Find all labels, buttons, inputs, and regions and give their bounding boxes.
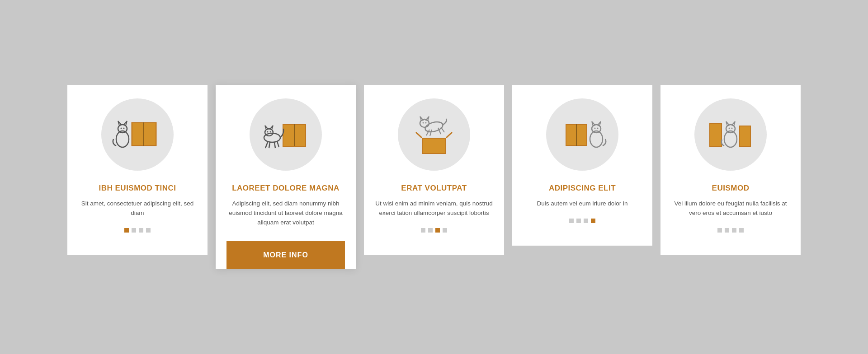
- svg-marker-15: [270, 126, 273, 130]
- card-3-dots: [421, 228, 447, 242]
- svg-point-43: [594, 127, 596, 129]
- card-1: IBH EUISMOD TINCI Sit amet, consectetuer…: [67, 85, 208, 255]
- dot-3-2: [428, 228, 433, 233]
- card-2-title: LAOREET DOLORE MAGNA: [232, 183, 340, 193]
- svg-point-54: [731, 127, 733, 129]
- card-5-icon-circle: [694, 98, 767, 171]
- more-info-button[interactable]: MORE INFO: [226, 241, 345, 269]
- dot-4-1: [569, 219, 574, 223]
- cat-sitting-box-icon: [553, 110, 612, 159]
- svg-marker-29: [426, 116, 429, 121]
- dot-5-4: [739, 228, 744, 233]
- svg-marker-51: [726, 121, 729, 126]
- svg-marker-52: [732, 121, 735, 126]
- cat-walking-box-icon: [256, 110, 315, 159]
- card-2-body: Adipiscing elit, sed diam nonummy nibh e…: [226, 199, 345, 228]
- svg-point-53: [729, 127, 730, 129]
- cat-beside-box-icon: [108, 110, 167, 159]
- svg-rect-23: [423, 139, 445, 153]
- svg-line-19: [269, 142, 270, 148]
- svg-line-33: [430, 130, 432, 136]
- cat-between-boxes-icon: [701, 110, 760, 159]
- svg-line-35: [441, 127, 444, 132]
- svg-line-20: [274, 142, 275, 148]
- card-5-body: Vel illum dolore eu feugiat nulla facili…: [671, 199, 790, 218]
- svg-marker-42: [598, 121, 601, 126]
- svg-marker-6: [124, 121, 127, 126]
- svg-marker-5: [118, 121, 121, 126]
- svg-marker-41: [592, 121, 595, 126]
- svg-point-16: [267, 131, 269, 132]
- svg-point-49: [724, 131, 737, 147]
- dot-1-4: [146, 228, 151, 233]
- svg-point-8: [123, 127, 125, 129]
- dot-4-2: [576, 219, 581, 223]
- svg-point-31: [425, 122, 427, 123]
- svg-point-7: [121, 127, 122, 129]
- dot-4-3: [584, 219, 588, 223]
- card-2: LAOREET DOLORE MAGNA Adipiscing elit, se…: [216, 85, 356, 269]
- svg-rect-48: [740, 126, 750, 146]
- card-3-body: Ut wisi enim ad minim veniam, quis nostr…: [375, 199, 493, 218]
- cat-jumping-box-icon: [405, 110, 463, 159]
- card-4-dots: [569, 219, 595, 233]
- card-1-body: Sit amet, consectetuer adipiscing elit, …: [78, 199, 197, 218]
- card-5-title: EUISMOD: [712, 183, 750, 193]
- card-4-body: Duis autem vel eum iriure dolor in: [537, 199, 627, 209]
- dot-5-1: [717, 228, 722, 233]
- svg-point-39: [590, 131, 603, 147]
- card-3-icon-circle: [398, 98, 470, 171]
- svg-point-3: [116, 131, 129, 147]
- dot-3-1: [421, 228, 425, 233]
- card-1-dots: [124, 228, 151, 242]
- card-3-title: ERAT VOLUTPAT: [401, 183, 467, 193]
- card-4-title: ADIPISCING ELIT: [549, 183, 616, 193]
- svg-point-30: [423, 122, 424, 123]
- dot-5-2: [725, 228, 729, 233]
- svg-line-24: [416, 132, 422, 138]
- card-5: EUISMOD Vel illum dolore eu feugiat null…: [660, 85, 801, 255]
- cards-container: IBH EUISMOD TINCI Sit amet, consectetuer…: [40, 67, 828, 287]
- card-4: ADIPISCING ELIT Duis autem vel eum iriur…: [512, 85, 652, 246]
- svg-line-21: [277, 141, 279, 147]
- dot-3-3: [435, 228, 440, 233]
- svg-marker-14: [265, 126, 268, 130]
- svg-rect-46: [710, 124, 721, 146]
- dot-1-3: [139, 228, 143, 233]
- card-2-icon-circle: [250, 98, 322, 171]
- card-5-dots: [717, 228, 744, 242]
- svg-point-17: [270, 131, 271, 132]
- dot-4-4: [591, 219, 595, 223]
- dot-3-4: [443, 228, 447, 233]
- dot-1-1: [124, 228, 129, 233]
- card-1-title: IBH EUISMOD TINCI: [99, 183, 176, 193]
- card-4-icon-circle: [546, 98, 618, 171]
- card-3: ERAT VOLUTPAT Ut wisi enim ad minim veni…: [364, 85, 504, 255]
- dot-5-3: [732, 228, 736, 233]
- svg-line-25: [446, 132, 452, 138]
- dot-1-2: [132, 228, 136, 233]
- card-1-icon-circle: [101, 98, 174, 171]
- svg-line-18: [265, 142, 268, 148]
- svg-marker-28: [420, 116, 423, 121]
- svg-point-44: [597, 127, 599, 129]
